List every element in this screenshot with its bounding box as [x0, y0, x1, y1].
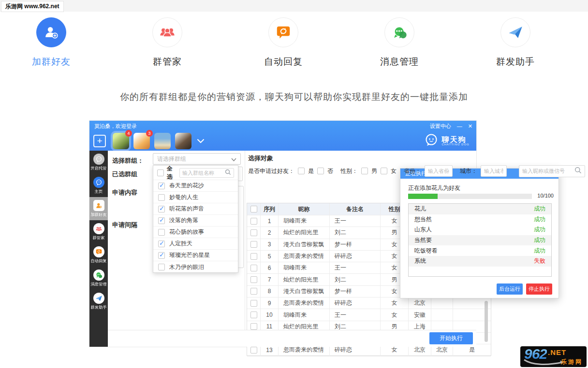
- window-footer: 开始执行: [108, 330, 476, 347]
- log-entry-name: 想当然: [414, 215, 432, 224]
- row-checkbox[interactable]: [250, 288, 257, 295]
- row-checkbox[interactable]: [250, 276, 257, 283]
- feature-label: 加群好友: [17, 56, 85, 68]
- cell-nick: 漫天白雪柳絮飘: [279, 239, 330, 250]
- row-checkbox[interactable]: [250, 323, 257, 330]
- log-entry-name: 吃饭呀看: [414, 247, 438, 255]
- account-avatar[interactable]: [154, 133, 171, 149]
- close-button[interactable]: ✕: [468, 123, 472, 129]
- row-checkbox[interactable]: [250, 241, 257, 248]
- row-checkbox[interactable]: [250, 265, 257, 271]
- group-search-box: [179, 168, 234, 178]
- start-execute-button[interactable]: 开始执行: [429, 332, 473, 344]
- chevron-down-icon[interactable]: [197, 139, 204, 143]
- gender-male-checkbox[interactable]: [361, 168, 368, 174]
- settings-center-link[interactable]: 设置中心: [430, 123, 451, 130]
- select-all-label: 全选: [167, 165, 176, 181]
- applied-no-checkbox[interactable]: [317, 168, 324, 174]
- feature-item-message[interactable]: 消息管理: [366, 17, 433, 68]
- log-entry-name: 当然要: [414, 236, 432, 244]
- cell-remark: 碎碎恋: [330, 297, 381, 309]
- search-icon[interactable]: [574, 167, 582, 175]
- group-option[interactable]: 花心肠的故事: [153, 226, 238, 238]
- cell-no: 6: [261, 262, 279, 273]
- message-icon: [384, 17, 414, 47]
- group-select[interactable]: 请选择群组: [153, 153, 241, 165]
- checkbox-unchecked[interactable]: [158, 229, 165, 236]
- group-option[interactable]: 没落的角落: [153, 215, 238, 226]
- group-search-input[interactable]: [182, 170, 223, 176]
- checkbox-checked[interactable]: [158, 252, 165, 259]
- feature-item-send[interactable]: 群发助手: [482, 17, 549, 68]
- row-checkbox[interactable]: [250, 311, 257, 318]
- feature-item-group[interactable]: 群管家: [133, 17, 201, 68]
- group-option[interactable]: 听花落的声音: [153, 203, 238, 215]
- status-success: 成功: [534, 226, 545, 234]
- minimize-button[interactable]: —: [457, 123, 462, 129]
- divider: [245, 151, 245, 330]
- account-avatar[interactable]: 3: [133, 133, 150, 149]
- add-account-button[interactable]: +: [93, 135, 106, 147]
- sidebar-item-send-mini[interactable]: 群发助手: [89, 290, 108, 313]
- group-option[interactable]: 木乃伊的眼泪: [153, 261, 238, 273]
- group-option[interactable]: 妙曼的人生: [153, 192, 238, 203]
- table-row[interactable]: 9忽而袭来的爱情碎碎恋女北京: [247, 297, 491, 309]
- row-checkbox-cell: [247, 239, 261, 250]
- cell-nick: 灿烂的阳光里: [279, 227, 330, 238]
- swoosh-icon: [523, 359, 566, 367]
- group-name: 璀璨光芒的星星: [169, 251, 210, 259]
- account-avatar[interactable]: 4: [113, 133, 129, 149]
- run-background-button[interactable]: 后台运行: [497, 283, 523, 295]
- row-checkbox[interactable]: [250, 253, 257, 260]
- checkbox-unchecked[interactable]: [158, 194, 165, 201]
- dropdown-items: 春天里的花沙妙曼的人生听花落的声音没落的角落花心肠的故事人定胜天璀璨光芒的星星木…: [153, 180, 238, 273]
- gender-female-checkbox[interactable]: [381, 168, 387, 174]
- row-checkbox[interactable]: [250, 218, 257, 225]
- sidebar-item-person-orange[interactable]: 加群好友: [89, 197, 108, 220]
- row-checkbox[interactable]: [250, 229, 257, 236]
- table-scrollbar-thumb[interactable]: [485, 301, 488, 342]
- city-input[interactable]: [481, 165, 507, 177]
- header-cell: 昵称: [279, 203, 330, 215]
- applied-yes-checkbox[interactable]: [298, 168, 305, 174]
- checkbox-checked[interactable]: [158, 183, 165, 189]
- sidebar-item-group-mini[interactable]: 群管家: [89, 220, 108, 243]
- table-row[interactable]: 10胡峰而来王一女安徽: [247, 309, 491, 321]
- nickname-search-input[interactable]: [522, 168, 573, 174]
- checkbox-checked[interactable]: [158, 241, 165, 247]
- stop-execute-button[interactable]: 停止执行: [526, 283, 552, 295]
- row-checkbox-cell: [247, 227, 261, 238]
- feature-item-auto-reply[interactable]: 自动回复: [250, 17, 317, 68]
- province-input[interactable]: [425, 165, 453, 177]
- send-mini-icon: [93, 293, 104, 304]
- modal-status-text: 正在添加花儿为好友: [408, 184, 460, 192]
- sidebar-item-msg-mini[interactable]: 消息管理: [89, 267, 108, 290]
- group-option[interactable]: 人定胜天: [153, 238, 238, 250]
- site-watermark-top: 乐游网 www.962.net: [1, 1, 64, 12]
- group-option[interactable]: 璀璨光芒的星星: [153, 250, 238, 261]
- checkbox-checked[interactable]: [158, 206, 165, 212]
- search-icon[interactable]: [225, 169, 231, 177]
- cell-gender: 女: [381, 297, 409, 309]
- cell-no: 7: [261, 274, 279, 285]
- feature-item-person-add[interactable]: 加群好友: [17, 17, 85, 68]
- select-all-checkbox[interactable]: [157, 170, 164, 176]
- header-cell: 备注名: [330, 203, 381, 215]
- group-option[interactable]: 春天里的花沙: [153, 180, 238, 192]
- sidebar-item-reply-mini[interactable]: 自动回复: [89, 243, 108, 267]
- row-checkbox[interactable]: [250, 347, 257, 354]
- selected-group-label: 已选群组: [112, 170, 137, 179]
- apply-content-label: 申请内容: [112, 188, 137, 197]
- chevron-down-icon: [231, 155, 236, 163]
- select-all-rows-checkbox[interactable]: [250, 206, 257, 212]
- sidebar-item-dog-gray[interactable]: 开启托管: [89, 151, 108, 174]
- gender-female-label: 女: [391, 167, 397, 175]
- account-avatar[interactable]: [175, 133, 191, 149]
- gender-filter-label: 性别：: [340, 167, 358, 175]
- row-checkbox-cell: [247, 251, 261, 262]
- row-checkbox[interactable]: [250, 300, 257, 307]
- checkbox-checked[interactable]: [158, 217, 165, 224]
- log-entry: 当然要成功: [409, 235, 551, 246]
- checkbox-unchecked[interactable]: [158, 264, 165, 270]
- sidebar-item-home-dog[interactable]: 主页: [89, 174, 108, 197]
